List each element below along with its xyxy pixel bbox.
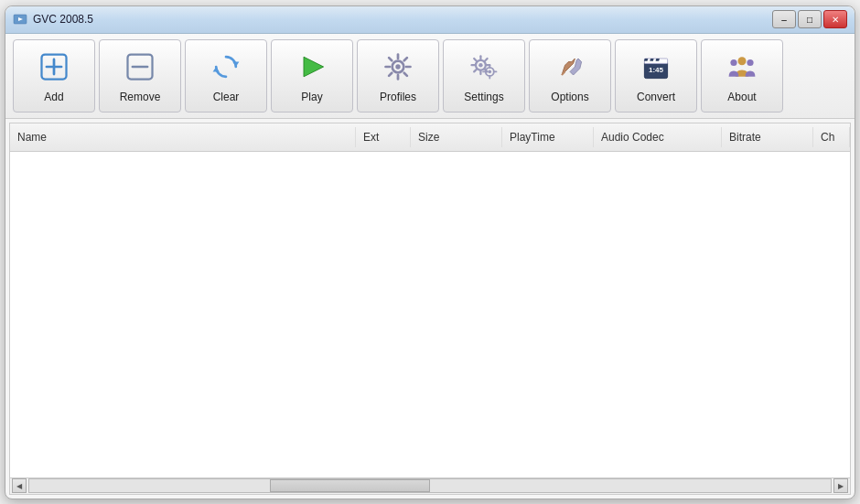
- close-button[interactable]: ✕: [823, 10, 847, 28]
- about-icon: [724, 48, 760, 85]
- options-icon: [552, 48, 588, 85]
- scroll-track[interactable]: [28, 478, 832, 493]
- svg-point-45: [747, 59, 753, 65]
- svg-marker-9: [304, 57, 324, 77]
- app-icon: [13, 12, 27, 27]
- title-controls: – □ ✕: [772, 10, 847, 28]
- svg-point-44: [730, 59, 736, 65]
- add-icon: [36, 48, 72, 85]
- remove-icon: [122, 48, 158, 85]
- file-list-panel: Name Ext Size PlayTime Audio Codec Bitra…: [9, 123, 851, 495]
- profiles-button[interactable]: Profiles: [357, 39, 439, 113]
- minimize-icon: –: [781, 15, 787, 25]
- col-header-audiocodec: Audio Codec: [594, 127, 722, 147]
- svg-rect-41: [656, 59, 660, 61]
- svg-line-17: [404, 72, 407, 75]
- options-label: Options: [551, 91, 588, 103]
- close-icon: ✕: [832, 15, 839, 25]
- svg-point-43: [738, 57, 747, 65]
- clear-icon: [208, 48, 244, 85]
- profiles-label: Profiles: [380, 91, 416, 103]
- col-header-playtime: PlayTime: [502, 127, 594, 147]
- svg-line-18: [404, 58, 407, 60]
- toolbar: Add Remove: [5, 34, 855, 119]
- svg-marker-8: [213, 67, 220, 71]
- clear-button[interactable]: Clear: [185, 39, 267, 113]
- col-header-ext: Ext: [356, 127, 411, 147]
- table-header: Name Ext Size PlayTime Audio Codec Bitra…: [10, 123, 850, 152]
- maximize-icon: □: [807, 15, 812, 25]
- col-header-size: Size: [411, 127, 502, 147]
- col-header-ch: Ch: [813, 127, 850, 147]
- svg-line-28: [485, 59, 488, 61]
- scroll-right-button[interactable]: ▶: [833, 478, 848, 493]
- horizontal-scrollbar: ◀ ▶: [10, 477, 850, 494]
- add-button[interactable]: Add: [13, 39, 95, 113]
- svg-text:1:45: 1:45: [649, 66, 664, 74]
- remove-button[interactable]: Remove: [99, 39, 181, 113]
- play-button[interactable]: Play: [271, 39, 353, 113]
- settings-label: Settings: [464, 91, 503, 103]
- play-icon: [294, 48, 330, 85]
- svg-rect-40: [650, 59, 653, 61]
- scroll-left-button[interactable]: ◀: [12, 478, 27, 493]
- minimize-button[interactable]: –: [772, 10, 796, 28]
- svg-line-19: [389, 72, 392, 75]
- convert-icon: 1:45: [638, 48, 674, 85]
- svg-marker-7: [232, 61, 239, 66]
- scroll-thumb[interactable]: [270, 479, 430, 492]
- title-bar-left: GVC 2008.5: [13, 12, 93, 27]
- convert-label: Convert: [637, 91, 675, 103]
- add-label: Add: [44, 91, 63, 103]
- title-bar: GVC 2008.5 – □ ✕: [5, 6, 855, 34]
- settings-icon: [466, 48, 502, 85]
- remove-label: Remove: [120, 91, 161, 103]
- clear-label: Clear: [213, 91, 240, 103]
- svg-point-21: [478, 62, 483, 67]
- maximize-button[interactable]: □: [798, 10, 822, 28]
- svg-point-31: [489, 70, 492, 73]
- svg-line-29: [474, 69, 477, 71]
- svg-line-26: [474, 59, 477, 61]
- file-list-body[interactable]: [10, 152, 850, 477]
- svg-line-36: [562, 71, 565, 75]
- convert-button[interactable]: 1:45 Convert: [615, 39, 697, 113]
- profiles-icon: [380, 48, 416, 85]
- about-label: About: [727, 91, 756, 103]
- options-button[interactable]: Options: [529, 39, 611, 113]
- play-label: Play: [301, 91, 322, 103]
- svg-rect-39: [644, 59, 648, 61]
- settings-button[interactable]: Settings: [443, 39, 525, 113]
- svg-line-16: [389, 58, 392, 60]
- window-title: GVC 2008.5: [33, 13, 93, 26]
- main-window: GVC 2008.5 – □ ✕ Add: [5, 5, 855, 499]
- about-button[interactable]: About: [701, 39, 783, 113]
- svg-point-11: [395, 64, 400, 69]
- col-header-bitrate: Bitrate: [722, 127, 813, 147]
- col-header-name: Name: [10, 127, 356, 147]
